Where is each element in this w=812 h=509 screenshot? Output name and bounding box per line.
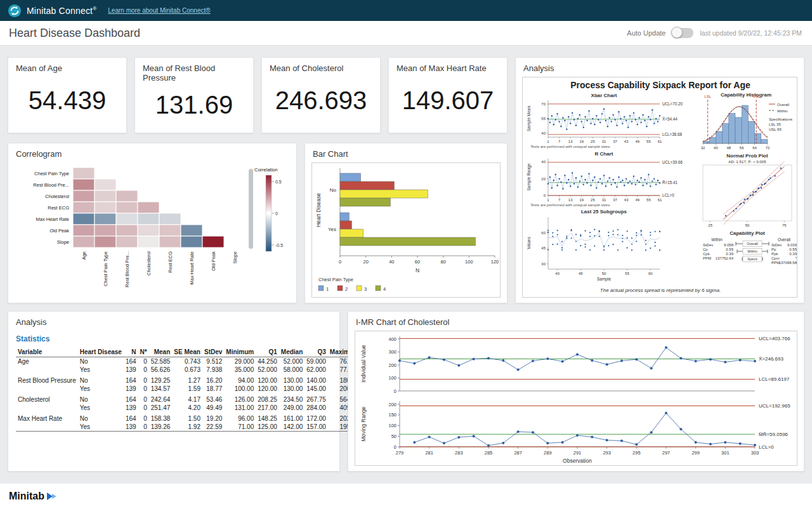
svg-text:50: 50 xyxy=(391,433,396,439)
title-bar: Heart Disease Dashboard Auto Update last… xyxy=(0,21,812,46)
svg-text:31: 31 xyxy=(602,198,606,202)
svg-text:285: 285 xyxy=(485,450,493,456)
panel-title: I-MR Chart of Cholesterol xyxy=(348,312,804,327)
svg-text:Last 25 Subgroups: Last 25 Subgroups xyxy=(581,209,627,215)
svg-text:100: 100 xyxy=(388,423,396,428)
learn-more-link[interactable]: Learn more about Minitab Connect® xyxy=(108,7,210,14)
svg-text:Sample Mean: Sample Mean xyxy=(527,106,532,131)
svg-text:Old Peak: Old Peak xyxy=(211,251,216,271)
svg-text:1: 1 xyxy=(547,198,549,202)
statistics-table: VariableHeart DiseaseNN*MeanSE MeanStDev… xyxy=(16,347,361,432)
panel-analysis-sixpack: Analysis Process Capability Sixpack Repo… xyxy=(515,57,804,303)
kpi-value: 149.607 xyxy=(389,73,507,133)
kpi-title: Mean of Age xyxy=(8,58,126,73)
svg-text:60: 60 xyxy=(541,231,546,235)
svg-text:Within: Within xyxy=(777,109,788,113)
svg-text:Max Heart Rate: Max Heart Rate xyxy=(36,216,69,222)
svg-text:Tests are performed with unequ: Tests are performed with unequal sample … xyxy=(530,203,611,207)
svg-text:Rest ECG: Rest ECG xyxy=(48,205,69,211)
imr-chart-figure: 0100200300400UCL=403.766X̄=246.693LCL=89… xyxy=(355,331,797,466)
svg-text:Cpk: Cpk xyxy=(703,252,710,256)
svg-text:120: 120 xyxy=(491,259,499,265)
statistics-subtitle-link[interactable]: Statistics xyxy=(16,334,332,343)
svg-text:61: 61 xyxy=(658,198,662,202)
svg-text:40: 40 xyxy=(555,272,560,275)
svg-text:UCL=403.766: UCL=403.766 xyxy=(759,336,790,341)
svg-text:7: 7 xyxy=(558,198,561,202)
panel-imr-chart: I-MR Chart of Cholesterol 0100200300400U… xyxy=(348,311,804,472)
svg-text:LSL: LSL xyxy=(704,95,711,98)
svg-text:Correlation: Correlation xyxy=(254,167,278,173)
svg-text:9.058: 9.058 xyxy=(724,243,734,247)
svg-text:0: 0 xyxy=(544,194,546,197)
svg-text:40: 40 xyxy=(541,131,546,135)
svg-text:299: 299 xyxy=(691,450,700,456)
correlogram-scrollbar[interactable] xyxy=(249,169,253,249)
svg-text:50: 50 xyxy=(745,223,750,227)
panel-correlogram: Correlogram Chest Pain TypeRest Blood Pr… xyxy=(8,143,297,303)
svg-text:Within: Within xyxy=(747,249,757,253)
svg-text:55: 55 xyxy=(646,198,651,202)
svg-text:Age: Age xyxy=(81,251,87,260)
svg-text:25: 25 xyxy=(591,198,595,202)
kpi-card-mean-max-heart-rate: Mean of Max Heart Rate 149.607 xyxy=(388,57,508,133)
svg-text:281: 281 xyxy=(425,450,433,456)
svg-text:Sample: Sample xyxy=(597,277,611,282)
panel-title: Correlogram xyxy=(8,143,296,159)
svg-text:25: 25 xyxy=(708,223,712,227)
panel-analysis-statistics: Analysis Statistics VariableHeart Diseas… xyxy=(8,311,340,472)
kpi-value: 54.439 xyxy=(8,73,126,133)
svg-text:75: 75 xyxy=(782,223,787,227)
svg-text:25: 25 xyxy=(591,140,595,143)
svg-text:49: 49 xyxy=(635,198,639,202)
auto-update-toggle[interactable] xyxy=(672,28,693,38)
svg-text:61: 61 xyxy=(658,140,662,143)
svg-text:StDev: StDev xyxy=(703,243,713,247)
svg-text:45: 45 xyxy=(579,272,583,275)
svg-text:283: 283 xyxy=(455,450,463,456)
svg-text:200: 200 xyxy=(388,362,396,368)
svg-text:40: 40 xyxy=(541,160,546,164)
svg-text:37: 37 xyxy=(613,140,617,143)
svg-text:64: 64 xyxy=(752,146,757,150)
svg-text:48: 48 xyxy=(726,146,731,150)
svg-text:Pp: Pp xyxy=(771,248,776,251)
svg-text:X̄=246.693: X̄=246.693 xyxy=(759,356,783,362)
svg-text:Tests are performed with unequ: Tests are performed with unequal sample … xyxy=(530,145,611,149)
table-row: Yes1390134.571.5918.77100.00120.00130.00… xyxy=(16,385,361,393)
svg-text:0: 0 xyxy=(275,211,278,216)
svg-text:Ppk: Ppk xyxy=(771,252,778,256)
svg-text:N: N xyxy=(416,267,419,274)
svg-text:287: 287 xyxy=(514,450,522,456)
svg-text:USL 65: USL 65 xyxy=(769,128,782,131)
brand-text: Minitab xyxy=(9,491,44,502)
svg-text:LCL=0: LCL=0 xyxy=(662,193,674,197)
table-row: Rest Blood PressureNo1640129.251.2716.20… xyxy=(16,374,361,385)
svg-text:Yes: Yes xyxy=(328,227,336,232)
svg-text:Xbar Chart: Xbar Chart xyxy=(591,93,617,98)
svg-text:The actual process spread is r: The actual process spread is represented… xyxy=(600,288,721,293)
svg-text:Values: Values xyxy=(527,237,531,249)
kpi-value: 131.69 xyxy=(135,83,253,133)
svg-text:49: 49 xyxy=(635,140,639,143)
svg-text:400: 400 xyxy=(388,336,396,342)
panel-title: Analysis xyxy=(516,58,804,73)
dashboard-content: Mean of Age 54.439 Mean of Rest Blood Pr… xyxy=(0,46,812,484)
svg-text:LCL=89.6197: LCL=89.6197 xyxy=(759,376,790,382)
svg-text:1: 1 xyxy=(547,140,549,143)
svg-text:Slope: Slope xyxy=(57,239,69,245)
svg-text:0.39: 0.39 xyxy=(789,252,797,256)
svg-text:301: 301 xyxy=(721,450,730,456)
svg-text:0: 0 xyxy=(394,388,396,394)
kpi-card-mean-cholesterol: Mean of Cholesterol 246.693 xyxy=(261,57,381,133)
svg-text:Rest Blood Pre...: Rest Blood Pre... xyxy=(33,182,69,188)
svg-text:Within: Within xyxy=(711,237,723,242)
app-root: Minitab Connect® Learn more about Minita… xyxy=(0,0,812,509)
svg-text:Specs: Specs xyxy=(747,257,757,261)
svg-text:PPM: PPM xyxy=(703,256,711,260)
svg-text:Overall: Overall xyxy=(778,237,790,242)
svg-text:Capability Plot: Capability Plot xyxy=(730,230,765,236)
svg-text:50: 50 xyxy=(602,272,606,275)
svg-text:0.5: 0.5 xyxy=(275,180,282,184)
svg-text:2: 2 xyxy=(345,286,348,292)
